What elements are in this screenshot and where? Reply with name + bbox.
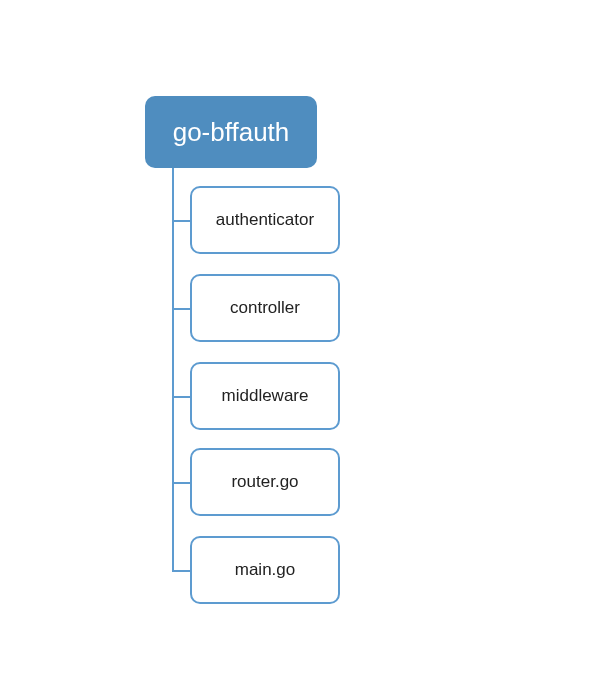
tree-child-label: controller xyxy=(230,298,300,318)
tree-branch-connector xyxy=(172,482,190,484)
tree-child-label: router.go xyxy=(231,472,298,492)
tree-trunk-connector xyxy=(172,168,174,570)
tree-child-label: authenticator xyxy=(216,210,314,230)
tree-branch-connector xyxy=(172,396,190,398)
tree-root-node: go-bffauth xyxy=(145,96,317,168)
tree-branch-connector xyxy=(172,220,190,222)
tree-child-label: main.go xyxy=(235,560,295,580)
tree-child-node: router.go xyxy=(190,448,340,516)
tree-branch-connector xyxy=(172,570,190,572)
tree-root-label: go-bffauth xyxy=(173,117,290,148)
tree-child-label: middleware xyxy=(222,386,309,406)
tree-child-node: main.go xyxy=(190,536,340,604)
tree-child-node: controller xyxy=(190,274,340,342)
tree-branch-connector xyxy=(172,308,190,310)
tree-child-node: middleware xyxy=(190,362,340,430)
tree-child-node: authenticator xyxy=(190,186,340,254)
